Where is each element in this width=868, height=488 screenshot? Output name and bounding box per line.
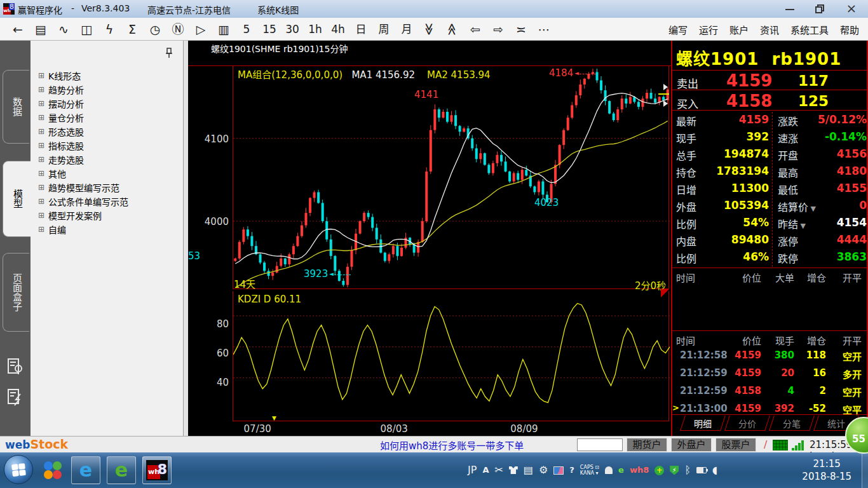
main-candle-plot[interactable] [233,65,669,289]
safety-plus-icon[interactable]: + [654,466,664,475]
restore-button[interactable] [807,0,835,17]
battery-icon[interactable] [696,467,707,473]
tree-item-6[interactable]: ⊞走势选股 [38,152,84,166]
report-icon[interactable]: ▥ [214,18,233,41]
tab-pagebox[interactable]: 页面盒子 [3,253,29,332]
menu-item-0[interactable]: 编写 [668,23,688,36]
back-icon[interactable]: ← [8,18,27,41]
tree-item-3[interactable]: ⊞量仓分析 [38,111,84,125]
quote-field-跌停: 跌停3863 [672,250,867,268]
tree-item-7[interactable]: ⊞其他 [38,166,66,180]
tree-item-9[interactable]: ⊞公式条件单编写示范 [38,194,128,208]
wh8-taskbar-icon[interactable]: wh8 [142,456,172,484]
speaker-icon[interactable]: ◖ [712,460,717,480]
period-1h-button[interactable]: 1h [306,18,325,41]
scissors-icon[interactable]: ✂ [494,460,503,480]
stock-account-button[interactable]: 股票户 [715,438,756,452]
doc-edit-icon[interactable] [6,388,24,407]
strength-icon[interactable]: ϟ [100,18,119,41]
caps-kana-indicator[interactable]: CAPS ⊡KANA ▾ [580,464,599,476]
foreign-account-button[interactable]: 外盘户 [671,438,712,452]
quick-search-input[interactable] [577,438,623,451]
tree-item-0[interactable]: ⊞K线形态 [38,69,81,83]
formula-list-icon[interactable]: ▤ [31,18,50,41]
tree-item-1[interactable]: ⊞趋势分析 [38,83,84,97]
period-week-button[interactable]: 周 [374,18,393,41]
start-button[interactable] [4,455,33,484]
trade-row-0[interactable]: 21:12:584159380118空开 [672,349,867,363]
y-label-4000: 4000 [191,216,229,227]
quote-field-最高: 最高4180 [672,165,867,182]
bell-icon[interactable] [605,466,613,474]
tab-model[interactable]: 模型 [3,161,31,237]
market-grid-icon[interactable] [773,440,788,451]
tree-item-5[interactable]: ⊞指标选股 [38,139,84,152]
ie-taskbar-icon[interactable]: e [71,456,100,484]
clock-icon[interactable]: ◷ [146,18,165,41]
quote-tab-分笔[interactable]: 分笔 [769,416,815,431]
pin-icon[interactable] [165,47,173,60]
ime-language[interactable]: JP [468,460,477,480]
tree-item-2[interactable]: ⊞摆动分析 [38,97,84,111]
doc-search-icon[interactable] [6,357,24,376]
play-icon[interactable]: ▷ [191,18,210,41]
trade-row-2[interactable]: 21:12:59415842空开 [672,385,867,399]
tree-item-11[interactable]: ⊞自编 [38,222,66,236]
bluetooth-icon[interactable]: ᛒ [684,460,691,480]
quote-tab-明细[interactable]: 明细 [680,416,726,431]
quote-tab-分价[interactable]: 分价 [724,416,770,431]
task-list-icon[interactable]: ▤ [524,460,533,480]
collapse-up-icon[interactable]: ≪ [441,20,464,39]
ma-labels: MA组合(12,36,0,0,0,0) MA1 4156.92 MA2 4153… [238,67,491,81]
tree-item-4[interactable]: ⊞形态选股 [38,125,84,139]
window-title-node: 高速云节点-江苏电信 [147,3,231,16]
trade-row-1[interactable]: 21:12:5941592016多开 [672,367,867,381]
more-icon[interactable]: ⋯ [534,18,553,41]
close-button[interactable]: × [837,0,865,17]
help-icon[interactable]: ? [569,460,574,480]
gear-icon[interactable]: ⚙ [539,460,548,480]
wh8-tray-icon[interactable]: wh8 [630,460,649,480]
col-header-开平: 开平 [830,334,862,347]
taskbar-clock[interactable]: 21:15 2018-8-15 [802,458,851,483]
period-4h-button[interactable]: 4h [329,18,348,41]
minimize-button[interactable] [776,0,804,17]
menu-item-1[interactable]: 运行 [699,23,718,36]
period-day-button[interactable]: 日 [351,18,370,41]
sigma-icon[interactable]: Σ [123,18,142,41]
draw-line-icon[interactable]: ≍ [512,18,531,41]
collapse-down-icon[interactable]: ≫ [418,20,441,39]
photo-tool-icon[interactable] [553,466,564,475]
period-month-button[interactable]: 月 [397,18,416,41]
tree-item-8[interactable]: ⊞趋势模型编写示范 [38,180,119,194]
period-5-button[interactable]: 5 [237,18,256,41]
quote-field-结算价: 结算价 ▼0 [672,199,867,216]
clothes-icon[interactable] [509,466,518,474]
period-15-button[interactable]: 15 [260,18,279,41]
panel-splitter[interactable] [183,41,188,436]
signal-icon[interactable] [723,466,735,475]
next-page-icon[interactable]: ⇨ [489,18,508,41]
candlestick-icon[interactable]: ◫ [77,18,96,41]
tree-item-10[interactable]: ⊞模型开发案例 [38,208,102,222]
browser360-taskbar-icon[interactable]: e [107,456,136,484]
prev-page-icon[interactable]: ⇦ [466,18,485,41]
period-30-button[interactable]: 30 [283,18,302,41]
line-chart-icon[interactable]: ∿ [54,18,73,41]
menu-item-5[interactable]: 帮助 [840,23,859,36]
ime-mode[interactable]: A [482,460,489,480]
sogou-taskbar-icon[interactable] [38,456,67,484]
kdzi-plot[interactable] [233,291,669,421]
menu-item-3[interactable]: 资讯 [760,23,779,36]
menu-item-2[interactable]: 账户 [729,23,749,36]
browser-360-icon[interactable]: e [618,460,624,480]
show-desktop-button[interactable] [862,452,868,488]
tab-data[interactable]: 数据 [3,70,29,144]
window-title-view: 系统K线图 [257,3,299,16]
webstock-logo: webStock [5,437,68,451]
shield-icon[interactable]: ⚡ [670,466,679,475]
menu-item-4[interactable]: 系统工具 [790,23,829,36]
n-period-icon[interactable]: Ⓝ [168,18,187,41]
annotation-4184: 4184 [549,67,573,79]
futures-account-button[interactable]: 期货户 [627,438,667,452]
